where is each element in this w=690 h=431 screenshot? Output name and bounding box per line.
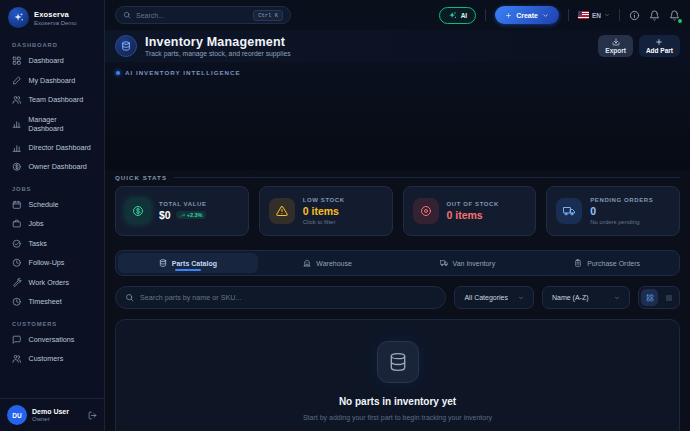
- us-flag-icon: [578, 11, 589, 19]
- stat-card-total-value[interactable]: TOTAL VALUE $0 +2.3%: [115, 186, 249, 236]
- sidebar-item-label: Conversations: [29, 335, 75, 344]
- sidebar-item-customers[interactable]: Customers: [5, 349, 99, 369]
- stat-label: TOTAL VALUE: [159, 201, 207, 207]
- add-part-button-label: Add Part: [646, 47, 673, 54]
- sidebar-item-follow-ups[interactable]: Follow-Ups: [5, 253, 99, 273]
- language-label: EN: [592, 12, 601, 19]
- ai-intelligence-panel: AI INVENTORY INTELLIGENCE: [105, 62, 690, 170]
- app-window: Exoserva Exoserva Demo DASHBOARD Dashboa…: [0, 0, 690, 431]
- sidebar-item-jobs[interactable]: Jobs: [5, 214, 99, 234]
- tab-parts-catalog[interactable]: Parts Catalog: [118, 253, 258, 273]
- avatar: DU: [7, 405, 27, 425]
- info-icon: [629, 10, 640, 21]
- clock-icon: [12, 297, 22, 307]
- empty-state-subtitle: Start by adding your first part to begin…: [303, 414, 492, 421]
- sidebar-item-director-dashboard[interactable]: Director Dashboard: [5, 138, 99, 158]
- language-selector[interactable]: EN: [578, 11, 610, 19]
- global-search-input[interactable]: [136, 12, 248, 19]
- brand-name: Exoserva: [34, 10, 77, 19]
- trend-up-icon: [180, 213, 185, 218]
- pulse-dot-icon: [116, 71, 120, 75]
- tab-label: Van Inventory: [453, 260, 496, 267]
- bar-chart-icon: [12, 119, 21, 129]
- inventory-tabs: Parts Catalog Warehouse Van Inventory Pu…: [115, 250, 680, 276]
- global-search[interactable]: Ctrl K: [115, 6, 291, 24]
- quick-stats-title: QUICK STATS: [115, 174, 167, 181]
- stat-card-out-of-stock[interactable]: OUT OF STOCK 0 items: [403, 186, 537, 236]
- search-icon: [123, 11, 131, 19]
- brand[interactable]: Exoserva Exoserva Demo: [0, 0, 104, 33]
- list-view-button[interactable]: [660, 289, 677, 306]
- users-icon: [12, 95, 22, 105]
- sort-select[interactable]: Name (A-Z): [542, 286, 630, 309]
- grid-view-button[interactable]: [641, 289, 658, 306]
- ai-panel-label: AI INVENTORY INTELLIGENCE: [125, 69, 241, 76]
- user-card[interactable]: DU Demo User Owner: [0, 398, 104, 431]
- grid-view-icon: [646, 294, 654, 302]
- stat-hint: No orders pending: [590, 219, 653, 225]
- sidebar-item-timesheet[interactable]: Timesheet: [5, 292, 99, 312]
- dollar-circle-icon: [12, 162, 22, 172]
- sidebar-item-label: Follow-Ups: [29, 258, 65, 267]
- stat-card-pending-orders[interactable]: PENDING ORDERS 0 No orders pending: [546, 186, 680, 236]
- sparkle-icon: [448, 11, 457, 20]
- page-content: Inventory Management Track parts, manage…: [105, 30, 690, 431]
- sidebar-nav: DASHBOARD Dashboard My Dashboard Team Da…: [0, 33, 104, 398]
- truck-icon: [440, 259, 448, 267]
- warning-triangle-icon: [269, 198, 295, 224]
- sidebar-item-my-dashboard[interactable]: My Dashboard: [5, 71, 99, 91]
- sidebar-item-label: My Dashboard: [29, 76, 76, 85]
- user-name: Demo User: [32, 408, 69, 415]
- notifications-button[interactable]: [669, 10, 680, 21]
- notification-dot: [678, 19, 682, 23]
- create-button[interactable]: Create: [495, 6, 559, 24]
- add-part-button[interactable]: Add Part: [639, 35, 680, 57]
- inventory-database-icon: [115, 35, 137, 57]
- parts-search-input[interactable]: [140, 293, 436, 302]
- sidebar: Exoserva Exoserva Demo DASHBOARD Dashboa…: [0, 0, 105, 431]
- sidebar-item-label: Manager Dashboard: [28, 115, 92, 133]
- export-button[interactable]: Export: [598, 35, 633, 57]
- stat-value: 0 items: [447, 209, 499, 221]
- page-title: Inventory Management: [145, 35, 291, 49]
- download-icon: [612, 38, 620, 46]
- sidebar-item-manager-dashboard[interactable]: Manager Dashboard: [5, 110, 99, 138]
- nav-section-dashboard: DASHBOARD: [12, 42, 92, 48]
- brand-logo-sparkle-icon: [8, 7, 29, 28]
- tab-van-inventory[interactable]: Van Inventory: [398, 253, 538, 273]
- sidebar-item-schedule[interactable]: Schedule: [5, 195, 99, 215]
- sidebar-item-conversations[interactable]: Conversations: [5, 330, 99, 350]
- sidebar-item-tasks[interactable]: Tasks: [5, 234, 99, 254]
- alerts-button[interactable]: [649, 10, 660, 21]
- stat-card-low-stock[interactable]: LOW STOCK 0 items Click to filter: [259, 186, 393, 236]
- logout-button[interactable]: [88, 411, 97, 420]
- tab-warehouse[interactable]: Warehouse: [258, 253, 398, 273]
- alert-circle-icon: [413, 198, 439, 224]
- sidebar-item-label: Tasks: [29, 239, 47, 248]
- wrench-icon: [12, 278, 22, 288]
- stat-hint: Click to filter: [303, 219, 345, 225]
- sidebar-item-work-orders[interactable]: Work Orders: [5, 273, 99, 293]
- divider: [174, 177, 680, 178]
- plus-icon: [505, 12, 512, 19]
- quick-stats: TOTAL VALUE $0 +2.3% LOW STOCK 0 items C…: [105, 186, 690, 236]
- sidebar-item-label: Director Dashboard: [29, 143, 91, 152]
- sidebar-item-label: Timesheet: [29, 297, 62, 306]
- help-button[interactable]: [629, 10, 640, 21]
- sidebar-item-dashboard[interactable]: Dashboard: [5, 51, 99, 71]
- filter-row: All Categories Name (A-Z): [115, 286, 680, 309]
- tab-label: Warehouse: [316, 260, 352, 267]
- create-button-label: Create: [516, 12, 538, 19]
- page-header: Inventory Management Track parts, manage…: [105, 30, 690, 62]
- stat-label: OUT OF STOCK: [447, 201, 499, 207]
- sidebar-item-owner-dashboard[interactable]: Owner Dashboard: [5, 157, 99, 177]
- page-subtitle: Track parts, manage stock, and reorder s…: [145, 50, 291, 57]
- category-select[interactable]: All Categories: [454, 286, 534, 309]
- keyboard-shortcut-badge: Ctrl K: [253, 10, 283, 21]
- main-area: Ctrl K AI Create EN: [105, 0, 690, 431]
- tab-purchase-orders[interactable]: Purchase Orders: [537, 253, 677, 273]
- briefcase-icon: [12, 219, 22, 229]
- sidebar-item-team-dashboard[interactable]: Team Dashboard: [5, 90, 99, 110]
- ai-assistant-button[interactable]: AI: [439, 7, 477, 24]
- parts-search[interactable]: [115, 286, 446, 309]
